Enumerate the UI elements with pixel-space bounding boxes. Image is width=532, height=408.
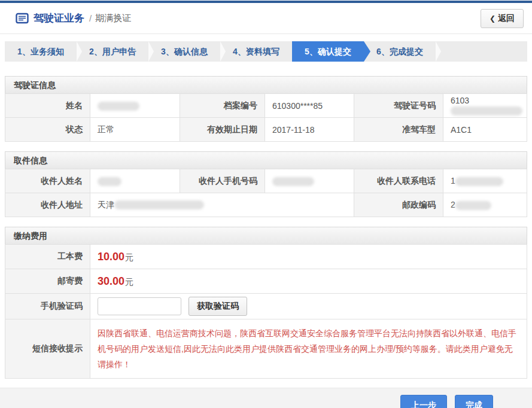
license-info-table: 姓名 档案编号 610300****85 驾驶证号码 6103 状态 正常 有效…	[5, 93, 527, 142]
license-number-label: 驾驶证号码	[354, 94, 443, 118]
file-number-value: 610300****85	[265, 94, 354, 118]
table-row: 短信接收提示 因陕西省联通、电信运营商技术问题，陕西省互联网交通安全综合服务管理…	[5, 319, 527, 379]
back-button-label: 返回	[498, 13, 515, 24]
page-title: 驾驶证业务	[34, 11, 84, 25]
postal-code-label: 邮政编码	[354, 193, 443, 217]
license-section-title: 驾驶证信息	[5, 76, 527, 93]
production-fee-value: 10.00元	[90, 245, 527, 269]
name-value	[90, 94, 180, 118]
table-row: 姓名 档案编号 610300****85 驾驶证号码 6103	[5, 94, 527, 118]
mailing-fee-label: 邮寄费	[5, 269, 90, 294]
recipient-mobile-value	[265, 169, 354, 193]
license-list-icon	[16, 13, 29, 24]
step-progress-bar: 1、业务须知 2、用户申告 3、确认信息 4、资料填写 5、确认提交 6、完成提…	[5, 41, 527, 62]
fees-section-title: 缴纳费用	[5, 227, 527, 244]
captcha-cell: 获取验证码	[90, 294, 527, 319]
redacted-recipient-mobile	[272, 177, 314, 186]
sms-notice-text: 因陕西省联通、电信运营商技术问题，陕西省互联网交通安全综合服务管理平台无法向持陕…	[90, 319, 527, 379]
table-row: 工本费 10.00元	[5, 245, 527, 269]
production-fee-label: 工本费	[5, 245, 90, 269]
table-row: 状态 正常 有效期止日期 2017-11-18 准驾车型 A1C1	[5, 118, 527, 142]
table-row: 邮寄费 30.00元	[5, 269, 527, 294]
back-button[interactable]: ❮ 返回	[481, 9, 524, 28]
page-subtitle: 期满换证	[95, 13, 131, 24]
step-3-confirm-info[interactable]: 3、确认信息	[148, 41, 220, 62]
previous-step-button[interactable]: 上一步	[400, 395, 447, 408]
table-row: 收件人姓名 收件人手机号码 收件人联系电话 1	[5, 169, 527, 193]
status-label: 状态	[5, 118, 90, 142]
status-value: 正常	[90, 118, 180, 142]
step-6-complete-submit[interactable]: 6、完成提交	[364, 41, 436, 62]
expiry-date-value: 2017-11-18	[265, 118, 354, 142]
redacted-name	[98, 102, 139, 111]
recipient-phone-label: 收件人联系电话	[354, 169, 443, 193]
redacted-postal-code	[455, 201, 491, 210]
step-4-fill-data[interactable]: 4、资料填写	[220, 41, 292, 62]
vehicle-type-label: 准驾车型	[354, 118, 443, 142]
table-row: 收件人地址 天津 邮政编码 2	[5, 193, 527, 217]
page-header: 驾驶证业务 / 期满换证 ❮ 返回	[0, 3, 532, 34]
step-2-user-declaration[interactable]: 2、用户申告	[77, 41, 148, 62]
file-number-label: 档案编号	[180, 94, 265, 118]
expiry-date-label: 有效期止日期	[180, 118, 265, 142]
back-arrow-icon: ❮	[490, 14, 495, 23]
step-5-confirm-submit-active[interactable]: 5、确认提交	[292, 41, 364, 62]
name-label: 姓名	[5, 94, 90, 118]
recipient-mobile-label: 收件人手机号码	[180, 169, 265, 193]
get-captcha-button[interactable]: 获取验证码	[189, 297, 247, 316]
redacted-recipient-phone	[455, 177, 503, 186]
step-1-business-notice[interactable]: 1、业务须知	[5, 41, 77, 62]
vehicle-type-value: A1C1	[443, 118, 527, 142]
recipient-name-value	[90, 169, 180, 193]
recipient-phone-value: 1	[443, 169, 527, 193]
recipient-name-label: 收件人姓名	[5, 169, 90, 193]
fees-section: 缴纳费用 工本费 10.00元 邮寄费 30.00元 手机验证码 获取验证码 短…	[5, 227, 527, 379]
captcha-input[interactable]	[98, 297, 181, 315]
breadcrumb-divider: /	[89, 13, 92, 23]
recipient-address-value: 天津	[90, 193, 354, 217]
pickup-info-table: 收件人姓名 收件人手机号码 收件人联系电话 1 收件人地址 天津 邮政编码 2	[5, 169, 527, 217]
fees-table: 工本费 10.00元 邮寄费 30.00元 手机验证码 获取验证码 短信接收提示…	[5, 244, 527, 379]
pickup-info-section: 取件信息 收件人姓名 收件人手机号码 收件人联系电话 1 收件人地址 天津 邮政…	[5, 151, 527, 217]
mailing-fee-value: 30.00元	[90, 269, 527, 294]
license-number-value: 6103	[443, 94, 527, 118]
redacted-recipient-address	[114, 200, 204, 209]
license-info-section: 驾驶证信息 姓名 档案编号 610300****85 驾驶证号码 6103 状态…	[5, 76, 527, 142]
finish-button[interactable]: 完成	[455, 395, 493, 408]
redacted-license-number	[451, 106, 522, 115]
table-row: 手机验证码 获取验证码	[5, 294, 527, 319]
redacted-recipient-name	[98, 177, 121, 186]
footer-action-bar: 上一步 完成	[0, 388, 532, 408]
postal-code-value: 2	[443, 193, 527, 217]
recipient-address-label: 收件人地址	[5, 193, 90, 217]
captcha-label: 手机验证码	[5, 294, 90, 319]
sms-notice-label: 短信接收提示	[5, 319, 90, 379]
pickup-section-title: 取件信息	[5, 151, 527, 169]
